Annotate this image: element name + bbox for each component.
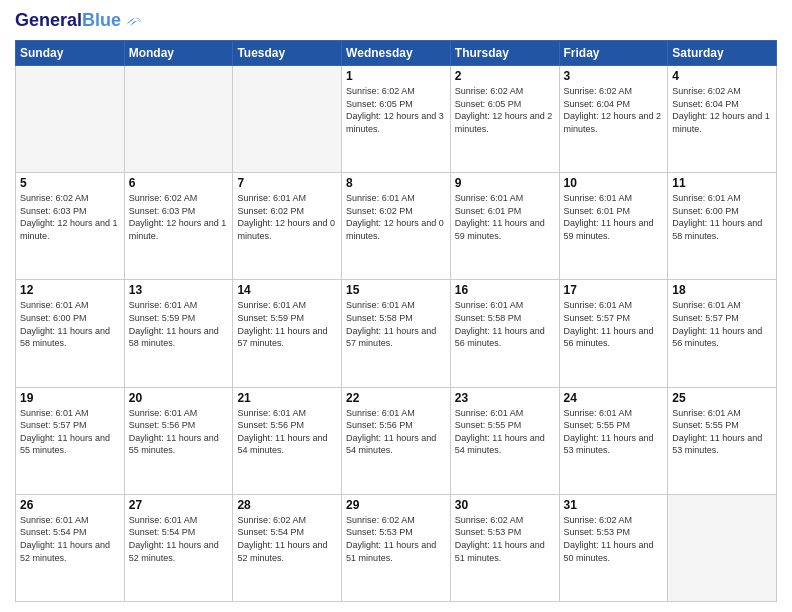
day-info: Sunrise: 6:01 AM Sunset: 5:58 PM Dayligh… xyxy=(346,299,446,349)
day-number: 20 xyxy=(129,391,229,405)
empty-cell xyxy=(233,66,342,173)
day-cell-3: 3Sunrise: 6:02 AM Sunset: 6:04 PM Daylig… xyxy=(559,66,668,173)
day-number: 8 xyxy=(346,176,446,190)
day-info: Sunrise: 6:01 AM Sunset: 5:57 PM Dayligh… xyxy=(20,407,120,457)
header: GeneralBlue xyxy=(15,10,777,32)
day-info: Sunrise: 6:01 AM Sunset: 6:02 PM Dayligh… xyxy=(237,192,337,242)
day-number: 7 xyxy=(237,176,337,190)
empty-cell xyxy=(16,66,125,173)
day-number: 12 xyxy=(20,283,120,297)
day-info: Sunrise: 6:01 AM Sunset: 6:01 PM Dayligh… xyxy=(564,192,664,242)
day-number: 2 xyxy=(455,69,555,83)
day-cell-8: 8Sunrise: 6:01 AM Sunset: 6:02 PM Daylig… xyxy=(342,173,451,280)
day-number: 17 xyxy=(564,283,664,297)
day-number: 1 xyxy=(346,69,446,83)
day-info: Sunrise: 6:01 AM Sunset: 5:54 PM Dayligh… xyxy=(129,514,229,564)
day-info: Sunrise: 6:02 AM Sunset: 6:05 PM Dayligh… xyxy=(455,85,555,135)
day-cell-29: 29Sunrise: 6:02 AM Sunset: 5:53 PM Dayli… xyxy=(342,494,451,601)
weekday-thursday: Thursday xyxy=(450,41,559,66)
day-info: Sunrise: 6:01 AM Sunset: 5:56 PM Dayligh… xyxy=(129,407,229,457)
day-cell-26: 26Sunrise: 6:01 AM Sunset: 5:54 PM Dayli… xyxy=(16,494,125,601)
day-info: Sunrise: 6:01 AM Sunset: 5:58 PM Dayligh… xyxy=(455,299,555,349)
day-cell-17: 17Sunrise: 6:01 AM Sunset: 5:57 PM Dayli… xyxy=(559,280,668,387)
day-number: 11 xyxy=(672,176,772,190)
day-cell-5: 5Sunrise: 6:02 AM Sunset: 6:03 PM Daylig… xyxy=(16,173,125,280)
day-cell-31: 31Sunrise: 6:02 AM Sunset: 5:53 PM Dayli… xyxy=(559,494,668,601)
day-info: Sunrise: 6:01 AM Sunset: 5:55 PM Dayligh… xyxy=(672,407,772,457)
day-cell-10: 10Sunrise: 6:01 AM Sunset: 6:01 PM Dayli… xyxy=(559,173,668,280)
day-info: Sunrise: 6:02 AM Sunset: 6:03 PM Dayligh… xyxy=(20,192,120,242)
day-number: 19 xyxy=(20,391,120,405)
day-number: 5 xyxy=(20,176,120,190)
day-cell-24: 24Sunrise: 6:01 AM Sunset: 5:55 PM Dayli… xyxy=(559,387,668,494)
week-row-4: 19Sunrise: 6:01 AM Sunset: 5:57 PM Dayli… xyxy=(16,387,777,494)
day-cell-25: 25Sunrise: 6:01 AM Sunset: 5:55 PM Dayli… xyxy=(668,387,777,494)
day-info: Sunrise: 6:01 AM Sunset: 5:56 PM Dayligh… xyxy=(237,407,337,457)
day-number: 31 xyxy=(564,498,664,512)
day-info: Sunrise: 6:02 AM Sunset: 6:04 PM Dayligh… xyxy=(672,85,772,135)
day-info: Sunrise: 6:01 AM Sunset: 5:57 PM Dayligh… xyxy=(672,299,772,349)
day-cell-23: 23Sunrise: 6:01 AM Sunset: 5:55 PM Dayli… xyxy=(450,387,559,494)
day-number: 15 xyxy=(346,283,446,297)
day-cell-7: 7Sunrise: 6:01 AM Sunset: 6:02 PM Daylig… xyxy=(233,173,342,280)
day-cell-28: 28Sunrise: 6:02 AM Sunset: 5:54 PM Dayli… xyxy=(233,494,342,601)
day-cell-12: 12Sunrise: 6:01 AM Sunset: 6:00 PM Dayli… xyxy=(16,280,125,387)
logo-text: GeneralBlue xyxy=(15,11,121,31)
day-number: 28 xyxy=(237,498,337,512)
day-info: Sunrise: 6:01 AM Sunset: 5:55 PM Dayligh… xyxy=(455,407,555,457)
day-number: 26 xyxy=(20,498,120,512)
day-info: Sunrise: 6:02 AM Sunset: 5:54 PM Dayligh… xyxy=(237,514,337,564)
day-info: Sunrise: 6:01 AM Sunset: 5:55 PM Dayligh… xyxy=(564,407,664,457)
day-number: 29 xyxy=(346,498,446,512)
day-info: Sunrise: 6:01 AM Sunset: 5:56 PM Dayligh… xyxy=(346,407,446,457)
day-info: Sunrise: 6:02 AM Sunset: 5:53 PM Dayligh… xyxy=(346,514,446,564)
day-number: 18 xyxy=(672,283,772,297)
week-row-1: 1Sunrise: 6:02 AM Sunset: 6:05 PM Daylig… xyxy=(16,66,777,173)
day-number: 22 xyxy=(346,391,446,405)
day-cell-2: 2Sunrise: 6:02 AM Sunset: 6:05 PM Daylig… xyxy=(450,66,559,173)
day-number: 23 xyxy=(455,391,555,405)
day-cell-27: 27Sunrise: 6:01 AM Sunset: 5:54 PM Dayli… xyxy=(124,494,233,601)
day-info: Sunrise: 6:01 AM Sunset: 5:59 PM Dayligh… xyxy=(129,299,229,349)
day-cell-1: 1Sunrise: 6:02 AM Sunset: 6:05 PM Daylig… xyxy=(342,66,451,173)
empty-cell xyxy=(668,494,777,601)
week-row-2: 5Sunrise: 6:02 AM Sunset: 6:03 PM Daylig… xyxy=(16,173,777,280)
day-number: 6 xyxy=(129,176,229,190)
day-cell-11: 11Sunrise: 6:01 AM Sunset: 6:00 PM Dayli… xyxy=(668,173,777,280)
day-cell-20: 20Sunrise: 6:01 AM Sunset: 5:56 PM Dayli… xyxy=(124,387,233,494)
week-row-3: 12Sunrise: 6:01 AM Sunset: 6:00 PM Dayli… xyxy=(16,280,777,387)
weekday-wednesday: Wednesday xyxy=(342,41,451,66)
logo: GeneralBlue xyxy=(15,10,145,32)
day-number: 27 xyxy=(129,498,229,512)
day-number: 3 xyxy=(564,69,664,83)
day-number: 10 xyxy=(564,176,664,190)
day-cell-9: 9Sunrise: 6:01 AM Sunset: 6:01 PM Daylig… xyxy=(450,173,559,280)
day-cell-13: 13Sunrise: 6:01 AM Sunset: 5:59 PM Dayli… xyxy=(124,280,233,387)
weekday-tuesday: Tuesday xyxy=(233,41,342,66)
day-number: 16 xyxy=(455,283,555,297)
day-cell-16: 16Sunrise: 6:01 AM Sunset: 5:58 PM Dayli… xyxy=(450,280,559,387)
day-info: Sunrise: 6:02 AM Sunset: 6:04 PM Dayligh… xyxy=(564,85,664,135)
day-cell-6: 6Sunrise: 6:02 AM Sunset: 6:03 PM Daylig… xyxy=(124,173,233,280)
page: GeneralBlue SundayMondayTuesdayWednesday… xyxy=(0,0,792,612)
day-info: Sunrise: 6:02 AM Sunset: 6:05 PM Dayligh… xyxy=(346,85,446,135)
day-number: 24 xyxy=(564,391,664,405)
day-info: Sunrise: 6:02 AM Sunset: 5:53 PM Dayligh… xyxy=(564,514,664,564)
day-number: 25 xyxy=(672,391,772,405)
day-info: Sunrise: 6:01 AM Sunset: 5:54 PM Dayligh… xyxy=(20,514,120,564)
day-cell-4: 4Sunrise: 6:02 AM Sunset: 6:04 PM Daylig… xyxy=(668,66,777,173)
weekday-friday: Friday xyxy=(559,41,668,66)
day-info: Sunrise: 6:01 AM Sunset: 6:00 PM Dayligh… xyxy=(20,299,120,349)
logo-icon xyxy=(123,10,145,32)
calendar-table: SundayMondayTuesdayWednesdayThursdayFrid… xyxy=(15,40,777,602)
day-cell-30: 30Sunrise: 6:02 AM Sunset: 5:53 PM Dayli… xyxy=(450,494,559,601)
day-number: 13 xyxy=(129,283,229,297)
weekday-monday: Monday xyxy=(124,41,233,66)
day-info: Sunrise: 6:02 AM Sunset: 5:53 PM Dayligh… xyxy=(455,514,555,564)
day-number: 30 xyxy=(455,498,555,512)
day-cell-14: 14Sunrise: 6:01 AM Sunset: 5:59 PM Dayli… xyxy=(233,280,342,387)
empty-cell xyxy=(124,66,233,173)
day-info: Sunrise: 6:01 AM Sunset: 6:02 PM Dayligh… xyxy=(346,192,446,242)
day-cell-22: 22Sunrise: 6:01 AM Sunset: 5:56 PM Dayli… xyxy=(342,387,451,494)
day-cell-21: 21Sunrise: 6:01 AM Sunset: 5:56 PM Dayli… xyxy=(233,387,342,494)
